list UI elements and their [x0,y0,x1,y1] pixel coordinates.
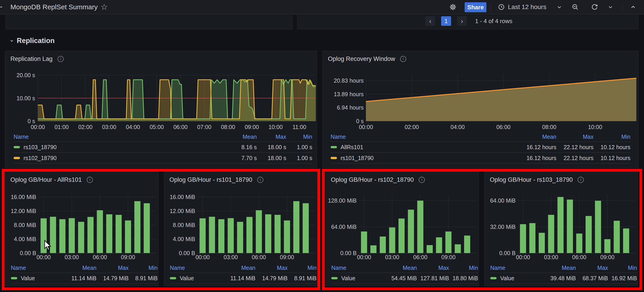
legend-header-mean[interactable]: Mean [26,264,96,271]
legend-header-max[interactable]: Max [256,264,288,271]
svg-text:09:00: 09:00 [600,254,614,260]
pagination-info: 1 - 4 of 4 rows [475,16,512,26]
svg-text:0.00 B: 0.00 B [179,250,195,256]
legend-header-max[interactable]: Max [417,264,449,271]
svg-text:4.00 MiB: 4.00 MiB [173,236,195,242]
legend-series[interactable]: rs103_18790 [14,144,56,150]
series-max: 14.79 MiB [256,275,288,282]
series-swatch [330,157,337,159]
svg-text:02:00: 02:00 [405,124,419,130]
share-button[interactable]: Share [465,2,486,12]
divider [491,4,491,11]
section-replication[interactable]: Replication [9,36,54,46]
legend-series[interactable]: Value [490,275,514,282]
legend-header-name[interactable]: Name [331,264,346,271]
legend-series[interactable]: rs102_18790 [14,155,56,162]
legend: Name Mean Max Min AllRs101 16.12 hours 2… [330,132,630,164]
legend-series[interactable]: Value [331,275,355,282]
svg-text:128.00 MiB: 128.00 MiB [328,198,357,204]
legend-header-name[interactable]: Name [170,264,185,271]
svg-text:09:00: 09:00 [280,254,294,260]
series-swatch [14,157,20,159]
series-mean: 16.12 hours [363,144,556,150]
svg-text:64.00 MiB: 64.00 MiB [490,198,516,204]
series-name: Value [21,275,35,282]
svg-text:10.00 s: 10.00 s [16,95,35,102]
svg-text:0.00 B: 0.00 B [20,250,36,256]
svg-text:06:00: 06:00 [252,254,266,260]
chevron-down-icon[interactable] [555,0,564,14]
legend-header-min[interactable]: Min [288,264,316,271]
series-swatch [330,146,337,148]
time-range-label[interactable]: Last 12 hours [508,0,546,14]
pagination-prev-button[interactable]: ‹ [425,16,435,26]
legend: Name Mean Max Min Value 39.48 MiB 68.37 … [490,263,637,284]
legend-header-mean[interactable]: Mean [185,264,256,271]
legend-series[interactable]: AllRs101 [330,144,363,150]
legend-header: Name Mean Max Min [331,263,478,273]
legend-header-min[interactable]: Min [128,264,158,271]
legend-row: Value 39.48 MiB 68.37 MiB 16.92 MiB [490,273,637,284]
legend-header: Name Mean Max Min [330,132,630,142]
svg-text:64.00 MiB: 64.00 MiB [331,224,357,230]
dashboard-title: MongoDB ReplSet Summary [10,0,98,14]
legend-header-mean[interactable]: Mean [29,134,257,140]
panel-oplog-rs101: Oplog GB/Hour - rs101_18790 i 16.00 MiB1… [164,172,318,286]
svg-text:0.00 B: 0.00 B [499,250,516,256]
svg-text:0.00 B: 0.00 B [340,250,357,256]
svg-text:06:00: 06:00 [93,254,107,260]
svg-text:16.00 MiB: 16.00 MiB [11,194,36,200]
series-max: 18.00 s [257,155,286,162]
legend-header: Name Mean Max Min [490,263,637,273]
legend-header-min[interactable]: Min [608,264,637,271]
pagination-next-button[interactable]: › [457,16,467,26]
panel-oplog-rs103: Oplog GB/Hour - rs103_18790 i 64.00 MiB3… [484,172,638,286]
series-swatch [170,277,176,279]
series-name: AllRs101 [340,144,363,150]
panel-replication-lag: Replication Lag i 00:0001:0002:0003:0004… [5,51,317,168]
legend-header-max[interactable]: Max [257,134,286,140]
svg-text:13.89 hours: 13.89 hours [334,91,364,97]
svg-text:11:00: 11:00 [292,124,306,130]
legend-header-max[interactable]: Max [556,134,594,140]
legend-series[interactable]: rs101_18790 [330,155,374,162]
legend-header-max[interactable]: Max [96,264,128,271]
svg-text:05:00: 05:00 [150,124,164,130]
series-swatch [14,146,20,148]
legend-header-name[interactable]: Name [490,264,506,271]
refresh-icon[interactable] [590,0,599,14]
svg-text:16.00 MiB: 16.00 MiB [170,194,195,200]
legend-row: rs103_18790 8.16 s 18.00 s 1.00 s [14,142,312,153]
legend-header-name[interactable]: Name [330,134,346,140]
section-title: Replication [17,37,54,45]
legend-series[interactable]: Value [11,275,35,282]
gear-icon[interactable] [449,0,457,14]
legend-header-min[interactable]: Min [594,134,630,140]
chevron-down-icon[interactable] [606,0,614,14]
svg-text:07:00: 07:00 [197,124,212,130]
legend-header-name[interactable]: Name [14,134,29,140]
mouse-cursor [44,240,52,251]
legend-header-name[interactable]: Name [11,264,26,271]
series-mean: 7.70 s [56,155,257,162]
legend-header-min[interactable]: Min [449,264,478,271]
clock-icon[interactable] [497,0,506,14]
legend-series[interactable]: Value [170,275,194,282]
legend-row: Value 11.14 MiB 14.79 MiB 8.91 MiB [170,273,316,284]
svg-text:06:00: 06:00 [174,124,188,130]
legend: Name Mean Max Min Value 11.14 MiB 14.79 … [170,263,316,284]
svg-text:10:00: 10:00 [268,124,283,130]
legend-header-max[interactable]: Max [576,264,608,271]
legend-header-mean[interactable]: Mean [346,134,556,140]
star-icon[interactable]: ☆ [100,0,108,14]
pagination-page-button[interactable]: 1 [441,16,451,26]
legend-header-mean[interactable]: Mean [346,264,417,271]
legend-header-min[interactable]: Min [286,134,312,140]
svg-text:00:00: 00:00 [357,254,371,260]
legend: Name Mean Max Min Value 11.14 MiB 14.79 … [11,263,158,284]
svg-text:10:00: 10:00 [588,124,602,130]
chevron-up-icon[interactable] [629,0,637,14]
legend-header-mean[interactable]: Mean [506,264,576,271]
zoom-out-icon[interactable] [571,0,580,14]
menu-icon[interactable] [0,6,2,8]
